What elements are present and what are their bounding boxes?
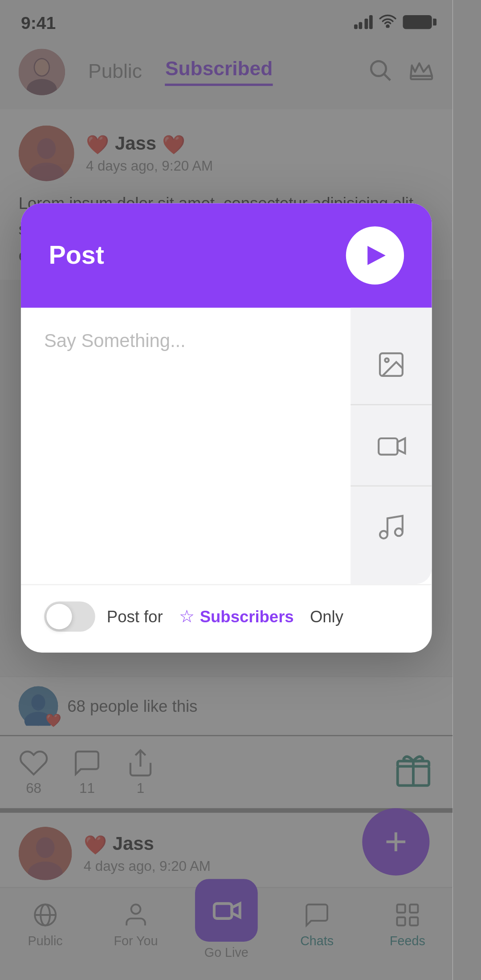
subscribers-toggle[interactable] [44,601,95,632]
svg-marker-14 [398,438,405,453]
music-upload-button[interactable] [351,486,432,568]
send-button[interactable] [346,226,404,284]
modal-title: Post [49,241,104,271]
toggle-thumb [46,604,72,629]
svg-marker-10 [367,246,386,265]
subscribers-label: Subscribers [200,607,294,626]
media-panel [351,308,432,584]
post-input-area[interactable]: Say Something... [21,308,351,584]
video-icon [376,430,407,461]
svg-point-15 [380,531,387,539]
svg-rect-13 [379,438,397,454]
post-modal: Post Say Something... [21,203,432,653]
video-upload-button[interactable] [351,405,432,486]
svg-point-16 [395,528,403,536]
modal-body: Say Something... [21,308,432,584]
star-icon: ☆ [179,606,194,627]
post-for-label: Post for ☆ Subscribers Only [107,606,343,627]
music-icon [376,512,407,543]
svg-point-12 [385,358,388,361]
modal-footer: Post for ☆ Subscribers Only [21,584,432,653]
image-icon [376,349,407,379]
modal-header: Post [21,203,432,308]
image-upload-button[interactable] [351,324,432,405]
post-placeholder: Say Something... [44,331,186,351]
